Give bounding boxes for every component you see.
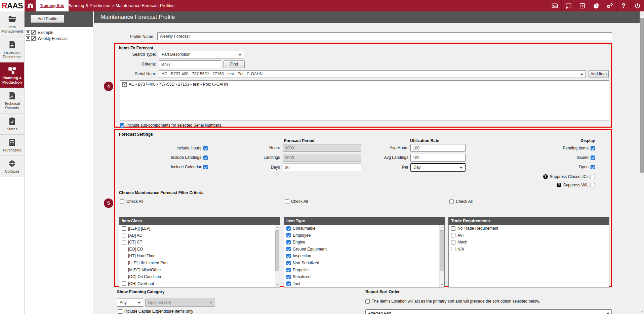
filter-item-label: No Trade Requirement: [457, 226, 498, 231]
tab-training-site[interactable]: Training Site: [36, 0, 69, 11]
find-button[interactable]: Find: [224, 60, 245, 68]
scroll-down-icon[interactable]: ▼: [275, 282, 280, 287]
filter-item-checkbox[interactable]: [286, 226, 291, 231]
settings-gears-icon[interactable]: [603, 0, 616, 11]
filter-item-checkbox[interactable]: [451, 240, 455, 244]
scrollbar-thumb[interactable]: [640, 18, 644, 173]
chat-icon[interactable]: [561, 0, 575, 11]
serial-num-select[interactable]: AC - B737-400 - 737-55D* - 27153 - test …: [159, 70, 586, 78]
check-all-checkbox[interactable]: [285, 199, 289, 204]
id-card-icon[interactable]: [548, 0, 561, 11]
search-type-select[interactable]: Part Description: [159, 51, 244, 58]
sidebar-item-planning-production[interactable]: Planning & Production: [0, 62, 24, 88]
scroll-down-icon[interactable]: ▼: [640, 309, 644, 314]
filter-item-checkbox[interactable]: [451, 226, 455, 231]
raas-logo[interactable]: RAAS: [0, 0, 25, 11]
filter-item-checkbox[interactable]: [286, 254, 291, 258]
filter-item-checkbox[interactable]: [122, 233, 126, 237]
filter-item-checkbox[interactable]: [122, 268, 126, 272]
profile-name-input[interactable]: [157, 32, 612, 40]
edit-profile-icon[interactable]: [31, 36, 36, 41]
include-landings-checkbox[interactable]: [203, 155, 208, 160]
selected-serial-row[interactable]: AC - B737-400 - 737-55D - 27153 - test -…: [120, 81, 609, 88]
scroll-up-icon[interactable]: ▲: [275, 225, 280, 230]
sidebar-item-stores[interactable]: Stores: [0, 114, 24, 135]
avg-hours-input[interactable]: [410, 144, 466, 152]
scrollbar-thumb[interactable]: [275, 230, 279, 271]
scroll-up-icon[interactable]: ▲: [440, 225, 444, 230]
planning-category-optional-select: Optional (10): [145, 299, 215, 307]
help-icon[interactable]: ?: [616, 0, 630, 11]
scroll-up-icon[interactable]: ▲: [640, 11, 644, 16]
filter-item-checkbox[interactable]: [451, 247, 455, 251]
item-type-list[interactable]: ConsumableEmployeeEngineGround Equipment…: [284, 225, 445, 287]
page-scrollbar[interactable]: ▲ ▼: [640, 11, 644, 314]
filter-item-checkbox[interactable]: [286, 247, 291, 251]
criteria-input[interactable]: [159, 60, 221, 68]
filter-item-checkbox[interactable]: [286, 240, 291, 244]
delete-profile-icon[interactable]: [26, 36, 30, 41]
edit-profile-icon[interactable]: [31, 30, 36, 35]
filter-item-checkbox[interactable]: [122, 281, 126, 286]
scrollbar[interactable]: ▲▼: [275, 225, 280, 287]
trade-requirements-list[interactable]: No Trade RequirementAVIMechN/A: [448, 225, 609, 287]
filter-item-checkbox[interactable]: [122, 254, 126, 258]
planning-category-any-select[interactable]: Any: [117, 299, 143, 307]
report-sort-select[interactable]: Affected Part: [365, 309, 612, 314]
sidebar-item-item-management[interactable]: Item Management: [0, 11, 24, 37]
scrollbar-thumb[interactable]: [440, 230, 444, 271]
sidebar-item-inspection-documents[interactable]: Inspection Documents: [0, 37, 24, 62]
check-all-checkbox[interactable]: [120, 199, 124, 204]
serial-num-label: Serial Num:: [117, 72, 156, 76]
sidebar-item-collapse[interactable]: Collapse: [0, 156, 24, 177]
filter-item-checkbox[interactable]: [122, 240, 126, 244]
issued-checkbox[interactable]: [591, 155, 595, 160]
delete-profile-icon[interactable]: [26, 30, 30, 35]
capex-checkbox[interactable]: [118, 309, 122, 314]
scroll-down-icon[interactable]: ▼: [440, 282, 444, 287]
sidebar-item-technical-records[interactable]: Technical Records: [0, 88, 24, 114]
open-checkbox[interactable]: [591, 165, 595, 169]
remove-serial-icon[interactable]: [122, 82, 127, 87]
item-class-list[interactable]: [[LLP]] [LLP][AD] AD[CT] CT[EO] EO[HT] H…: [119, 225, 280, 287]
check-all-checkbox[interactable]: [449, 199, 454, 204]
profile-name[interactable]: Weekly Forecast: [38, 36, 68, 41]
profile-name[interactable]: Example: [38, 30, 53, 35]
check-all-label: Check All: [456, 199, 473, 204]
help-circle-icon[interactable]: [543, 174, 548, 179]
include-subcomponents-checkbox[interactable]: [120, 123, 124, 128]
open-row: Open: [579, 164, 595, 170]
binoculars-icon: [27, 2, 34, 9]
filter-item-checkbox[interactable]: [122, 247, 126, 251]
pending-items-checkbox[interactable]: [591, 146, 595, 150]
filter-item-checkbox[interactable]: [286, 275, 291, 279]
location-sort-label: The item's Location will act as the prim…: [372, 299, 540, 304]
add-window-icon[interactable]: [575, 0, 589, 11]
filter-item-checkbox[interactable]: [122, 275, 126, 279]
filter-item-checkbox[interactable]: [286, 261, 291, 265]
help-circle-icon[interactable]: [557, 183, 561, 187]
sidebar-item-purchasing[interactable]: Purchasing: [0, 135, 24, 156]
filter-item-checkbox[interactable]: [286, 281, 291, 286]
pie-chart-icon[interactable]: [589, 0, 603, 11]
filter-item-checkbox[interactable]: [122, 261, 126, 265]
filter-item-checkbox[interactable]: [286, 268, 291, 272]
add-item-button[interactable]: Add Item: [589, 70, 609, 78]
suppress-wil-checkbox[interactable]: [591, 183, 595, 187]
include-calendar-checkbox[interactable]: [203, 165, 208, 169]
add-profile-button[interactable]: Add Profile: [31, 15, 64, 23]
filter-item-checkbox[interactable]: [451, 233, 455, 237]
filter-item-checkbox[interactable]: [286, 233, 291, 237]
location-sort-checkbox[interactable]: [365, 299, 370, 304]
scrollbar[interactable]: ▲▼: [439, 225, 444, 287]
filter-item-label: [EO] EO: [128, 247, 143, 252]
per-select[interactable]: Day: [410, 163, 466, 172]
selected-serials-listbox[interactable]: AC - B737-400 - 737-55D - 27153 - test -…: [120, 80, 609, 121]
suppress-closed-jcs-checkbox[interactable]: [591, 175, 595, 179]
filter-item-checkbox[interactable]: [122, 226, 126, 231]
power-icon[interactable]: [630, 0, 644, 11]
sidebar-item-label: Planning & Production: [1, 76, 24, 85]
selected-serial-text: AC - B737-400 - 737-55D - 27153 - test -…: [129, 82, 228, 87]
include-hours-checkbox[interactable]: [203, 146, 208, 150]
avg-landings-input[interactable]: [410, 154, 466, 162]
